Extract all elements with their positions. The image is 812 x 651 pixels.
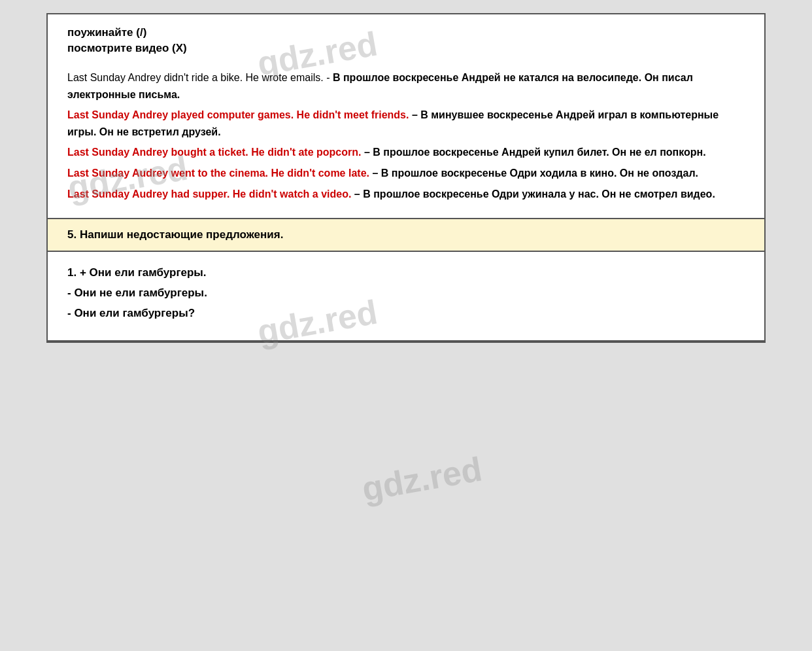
paragraph-1: Last Sunday Andrey didn't ride a bike. H… xyxy=(67,69,745,103)
section-top: поужинайте (/) посмотрите видео (X) Last… xyxy=(48,14,764,219)
paragraph-5: Last Sunday Audrey had supper. He didn't… xyxy=(67,186,745,203)
para3-dash: – xyxy=(364,147,373,158)
task-label: 5. Напиши недостающие предложения. xyxy=(67,228,283,241)
para5-red: Last Sunday Audrey had supper. He didn't… xyxy=(67,188,354,200)
line-dine: поужинайте (/) xyxy=(67,26,745,39)
exercise-line-1: 1. + Они ели гамбургеры. xyxy=(67,264,745,283)
section-exercise: 1. + Они ели гамбургеры. - Они не ели га… xyxy=(48,252,764,342)
paragraph-4: Last Sunday Audrey went to the cinema. H… xyxy=(67,165,745,182)
para3-red: Last Sunday Andrey bought a ticket. He d… xyxy=(67,147,364,158)
para1-normal: Last Sunday Andrey didn't ride a bike. H… xyxy=(67,72,333,83)
watermark-4: gdz.red xyxy=(359,449,485,508)
para2-red: Last Sunday Andrey played computer games… xyxy=(67,109,412,120)
para5-dash: – xyxy=(354,188,363,200)
para4-bold: В прошлое воскресенье Одри ходила в кино… xyxy=(381,167,698,179)
paragraph-2: Last Sunday Andrey played computer games… xyxy=(67,107,745,140)
para5-bold: В прошлое воскресенье Одри ужинала у нас… xyxy=(363,188,715,200)
exercise-line-3: - Они ели гамбургеры? xyxy=(67,304,745,323)
para4-dash: – xyxy=(372,167,381,179)
section-task: 5. Напиши недостающие предложения. xyxy=(48,219,764,252)
exercise-line-2: - Они не ели гамбургеры. xyxy=(67,284,745,303)
para4-red: Last Sunday Audrey went to the cinema. H… xyxy=(67,167,372,179)
paragraph-3: Last Sunday Andrey bought a ticket. He d… xyxy=(67,144,745,161)
para2-dash: – xyxy=(412,109,420,120)
line-video: посмотрите видео (X) xyxy=(67,42,745,55)
para3-bold: В прошлое воскресенье Андрей купил билет… xyxy=(373,147,705,158)
